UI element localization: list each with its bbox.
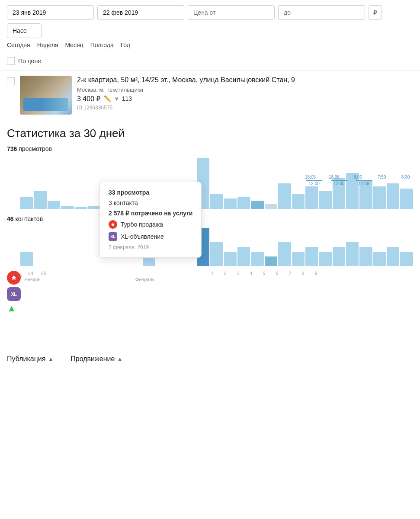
sort-row: По цене <box>0 54 420 70</box>
x-axis-label <box>348 271 361 276</box>
contacts-bars <box>7 224 413 267</box>
month-feb-label: Февраль <box>135 277 413 282</box>
views-bar <box>278 183 291 209</box>
tooltip-turbo-row: Турбо продажа <box>109 220 192 229</box>
date-to-input[interactable] <box>97 5 184 20</box>
x-axis-label <box>63 271 76 276</box>
filter-year[interactable]: Год <box>121 42 130 48</box>
filter-month[interactable]: Месяц <box>65 42 83 48</box>
tooltip-turbo-icon <box>109 220 117 229</box>
contacts-label: 46 контактов <box>7 215 413 222</box>
stats-title: Статистика за 30 дней <box>7 127 413 140</box>
ruble-symbol: ₽ <box>369 5 382 20</box>
x-axis-label: 24 <box>24 271 37 276</box>
promotion-section[interactable]: Продвижение ▲ <box>71 355 122 363</box>
sort-label: По цене <box>18 58 41 64</box>
favorites-count: 113 <box>122 95 132 102</box>
publication-section[interactable]: Публикация ▲ <box>7 355 53 363</box>
stats-tooltip: 33 просмотра 3 контакта 2 578 ₽ потрачен… <box>99 182 202 258</box>
date-from-input[interactable] <box>7 5 94 20</box>
time-slots-row-2: 12:00 12:00 11:59 <box>249 180 413 186</box>
time-slots-panel: 18:06 18:06 8:00 7:59 <box>249 174 413 186</box>
contacts-bar <box>237 247 250 266</box>
listing-card: 2-к квартира, 50 м², 14/25 эт., Москва, … <box>0 70 420 120</box>
tooltip-xl-icon: XL <box>109 232 117 241</box>
views-bar <box>292 194 305 209</box>
x-axis-label: 1 <box>206 271 219 276</box>
filter-halfyear[interactable]: Полгода <box>90 42 114 48</box>
chart-footer: XL ▲ 2425123456789 Январь Февраль 18:06 <box>7 269 413 313</box>
tooltip-views-row: 33 просмотра <box>109 189 192 196</box>
x-axis-labels: 2425123456789 <box>24 269 413 276</box>
contacts-bar <box>333 247 345 266</box>
tooltip-spent-value: 2 578 ₽ потрачено на услуги <box>109 210 192 217</box>
tooltip-turbo-label: Турбо продажа <box>121 221 163 228</box>
contacts-bar <box>346 242 359 266</box>
contacts-bar <box>359 247 372 266</box>
contacts-bar <box>251 252 263 266</box>
contacts-bar <box>224 252 237 266</box>
x-axis-label <box>374 271 387 276</box>
views-bar <box>224 199 237 209</box>
xl-icon-btn[interactable]: XL <box>7 287 21 301</box>
views-bar <box>75 207 87 209</box>
time-slots-row-1: 18:06 18:06 8:00 7:59 <box>249 174 413 179</box>
x-axis-area: 2425123456789 Январь Февраль 18:06 18:06 <box>24 269 413 313</box>
views-bar <box>319 191 331 209</box>
up-arrow-icon[interactable]: ▲ <box>7 304 24 313</box>
views-bar <box>237 197 250 209</box>
header-filters: ₽ Насе <box>0 0 420 38</box>
month-labels: Январь Февраль <box>24 277 413 282</box>
tooltip-xl-label: XL-объявление <box>121 233 164 240</box>
x-axis-label <box>50 271 63 276</box>
views-bar <box>305 186 318 209</box>
x-axis-label: 4 <box>244 271 257 276</box>
tooltip-date: 2 февраля, 2019 <box>109 244 192 250</box>
listing-info: 2-к квартира, 50 м², 14/25 эт., Москва, … <box>77 76 413 111</box>
x-axis-label <box>193 271 206 276</box>
turbo-icon-btn[interactable] <box>7 271 21 285</box>
stats-section: Статистика за 30 дней 736 просмотров 79 … <box>0 120 420 313</box>
x-axis-label: 6 <box>270 271 283 276</box>
x-axis-label <box>167 271 180 276</box>
x-axis-label <box>76 271 89 276</box>
filter-today[interactable]: Сегодня <box>7 42 30 48</box>
x-axis-label: 8 <box>296 271 309 276</box>
listing-title[interactable]: 2-к квартира, 50 м², 14/25 эт., Москва, … <box>77 76 413 85</box>
x-axis-label: 5 <box>257 271 270 276</box>
contacts-bar <box>305 247 318 266</box>
time-slot-800-1: 8:00 <box>350 174 365 179</box>
x-axis-label <box>361 271 374 276</box>
listing-id: ID 1236336575 <box>77 105 413 111</box>
contacts-chart: 6 0 <box>7 224 413 267</box>
sort-checkbox[interactable] <box>7 57 15 65</box>
time-slot-1200-2: 12:00 <box>331 180 347 186</box>
tooltip-contacts-row: 3 контакта <box>109 199 192 206</box>
views-bar <box>387 183 399 209</box>
service-icons: XL ▲ <box>7 269 24 313</box>
views-bar <box>61 206 74 209</box>
x-axis-label: 3 <box>232 271 245 276</box>
x-axis-label <box>115 271 128 276</box>
listing-image[interactable] <box>20 76 72 115</box>
filter-week[interactable]: Неделя <box>37 42 58 48</box>
promotion-label: Продвижение <box>71 355 115 363</box>
x-axis-label <box>322 271 335 276</box>
price-to-input[interactable] <box>278 5 365 20</box>
contacts-bar <box>210 242 223 266</box>
x-axis-label <box>335 271 348 276</box>
price-from-input[interactable] <box>188 5 275 20</box>
contacts-bar <box>387 247 399 266</box>
listing-location: Москва, м. Текстильщики <box>77 86 413 93</box>
promotion-chevron: ▲ <box>117 356 122 362</box>
tooltip-xl-row: XL XL-объявление <box>109 232 192 241</box>
contacts-bar <box>373 252 386 266</box>
x-axis-label: 2 <box>219 271 232 276</box>
views-bar <box>373 186 386 209</box>
x-axis-label: 9 <box>309 271 322 276</box>
x-axis-label <box>180 271 193 276</box>
listing-select-checkbox[interactable] <box>7 77 15 85</box>
views-bar <box>210 194 223 209</box>
edit-price-icon[interactable]: ✏️ <box>104 95 111 102</box>
contacts-bar <box>319 252 331 266</box>
